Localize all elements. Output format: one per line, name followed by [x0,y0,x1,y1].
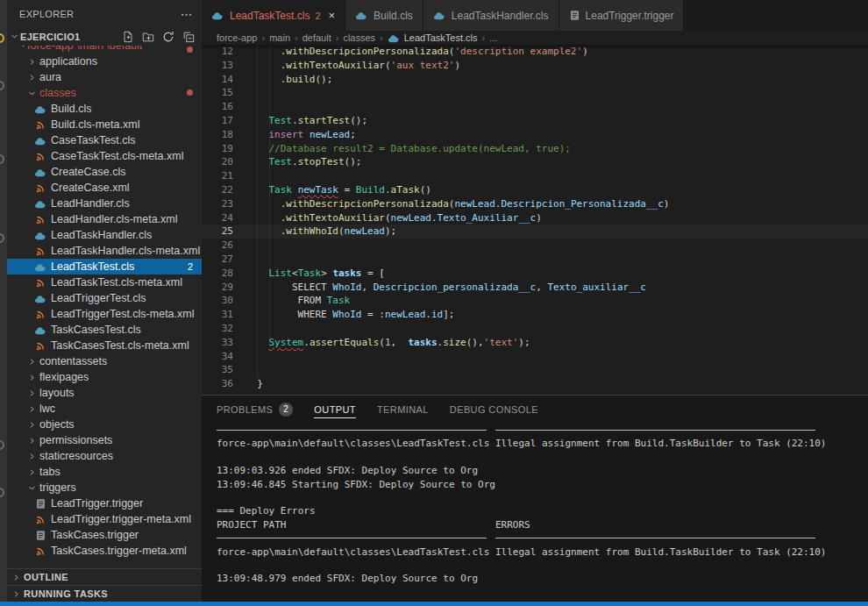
cls-file-icon [33,136,47,146]
more-actions-icon[interactable]: ⋯ [181,0,193,28]
tab-leadtrigger-trigger[interactable]: LeadTrigger.trigger [559,0,685,31]
line-number[interactable]: 25 [202,225,233,239]
breadcrumb-item[interactable]: main [269,32,290,43]
breadcrumb-item[interactable]: force-app [217,32,257,43]
tree-item-permissionsets[interactable]: permissionsets [7,432,202,448]
line-number[interactable]: 12 [202,45,233,59]
tree-item-leadtriggertest-cls-meta-xml[interactable]: LeadTriggerTest.cls-meta.xml [7,306,202,322]
line-number[interactable]: 24 [202,211,233,225]
compact-folder-row-clipped[interactable]: force-app \main \default [7,46,202,53]
line-number[interactable]: 22 [202,183,233,197]
tree-item-taskcases-trigger[interactable]: TaskCases.trigger [7,527,202,543]
new-folder-icon[interactable] [142,31,154,43]
code-token: FROM [245,295,327,306]
tree-item-triggers[interactable]: triggers [7,480,202,495]
line-number[interactable]: 17 [202,114,233,128]
tree-item-leadtriggertest-cls[interactable]: LeadTriggerTest.cls [7,290,202,306]
line-number[interactable]: 26 [202,239,233,253]
activity-icon[interactable] [0,440,4,450]
tree-item-leadtasktest-cls-meta-xml[interactable]: LeadTaskTest.cls-meta.xml [7,274,202,290]
tree-item-leadtaskhandler-cls-meta-xml[interactable]: LeadTaskHandler.cls-meta.xml [7,243,202,259]
code-token [245,115,269,126]
line-number[interactable]: 27 [202,253,233,267]
output-blank-line [217,491,859,504]
breadcrumb-item[interactable]: default [302,32,331,43]
tree-item-applications[interactable]: applications [7,53,202,69]
line-number[interactable]: 28 [202,267,233,281]
tree-item-leadtrigger-trigger[interactable]: LeadTrigger.trigger [7,495,202,511]
panel-tab-problems[interactable]: PROBLEMS2 [217,396,293,423]
panel-tab-debug-console[interactable]: DEBUG CONSOLE [450,396,538,423]
tree-item-leadtrigger-trigger-meta-xml[interactable]: LeadTrigger.trigger-meta.xml [7,511,202,527]
line-number[interactable]: 35 [202,363,233,377]
line-number[interactable]: 13 [202,59,233,73]
output-line: force-app\main\default\classes\LeadTaskT… [217,437,859,450]
tree-item-taskcases-trigger-meta-xml[interactable]: TaskCases.trigger-meta.xml [7,543,202,559]
tree-item-lwc[interactable]: lwc [7,401,202,417]
panel-tab-terminal[interactable]: TERMINAL [377,396,429,423]
tree-item-layouts[interactable]: layouts [7,385,202,401]
collapse-folders-icon[interactable] [182,31,195,43]
tab-leadtasktest-cls[interactable]: LeadTaskTest.cls2× [202,0,345,31]
line-number[interactable]: 16 [202,100,233,114]
close-icon[interactable]: × [329,9,336,22]
tree-item-casetasktest-cls[interactable]: CaseTaskTest.cls [7,132,202,148]
code-token: aTask [391,184,420,196]
line-number[interactable]: 34 [202,350,233,364]
tree-item-objects[interactable]: objects [7,417,202,432]
tree-item-build-cls[interactable]: Build.cls [7,101,202,117]
tree-item-taskcasestest-cls-meta-xml[interactable]: TaskCasesTest.cls-meta.xml [7,338,202,353]
xml-file-icon [33,514,47,525]
workspace-section-header[interactable]: EJERCICIO1 [7,28,202,46]
tree-item-classes[interactable]: classes [7,85,202,101]
sidebar-section-outline[interactable]: OUTLINE [7,568,202,585]
tree-item-leadtasktest-cls[interactable]: LeadTaskTest.cls2 [7,259,202,274]
line-number[interactable]: 36 [202,377,233,391]
code-editor[interactable]: 12 .withDescripcionPersonalizada('descri… [202,45,868,395]
line-number[interactable]: 32 [202,322,233,336]
breadcrumb-item[interactable]: LeadTaskTest.cls [388,32,478,43]
tree-item-createcase-cls[interactable]: CreateCase.cls [7,164,202,180]
line-number[interactable]: 23 [202,197,233,211]
line-number[interactable]: 31 [202,308,233,322]
line-number[interactable]: 20 [202,155,233,169]
activity-icon[interactable] [0,488,4,497]
tree-item-leadhandler-cls[interactable]: LeadHandler.cls [7,196,202,211]
tree-item-flexipages[interactable]: flexipages [7,369,202,385]
panel-tab-output[interactable]: OUTPUT [314,396,356,423]
tab-build-cls[interactable]: Build.cls [345,0,423,31]
tab-leadtaskhandler-cls[interactable]: LeadTaskHandler.cls [423,0,559,31]
tree-item-tabs[interactable]: tabs [7,464,202,480]
tree-item-leadhandler-cls-meta-xml[interactable]: LeadHandler.cls-meta.xml [7,211,202,227]
line-number[interactable]: 14 [202,73,233,87]
code-token: withWhoId [286,225,338,237]
refresh-explorer-icon[interactable] [162,31,174,43]
output-console[interactable]: force-app\main\default\classes\LeadTaskT… [217,424,859,602]
line-number[interactable]: 33 [202,336,233,350]
line-number[interactable]: 19 [202,142,233,156]
line-number[interactable]: 15 [202,86,233,100]
breadcrumb-item[interactable]: classes [343,32,375,43]
tree-item-leadtaskhandler-cls[interactable]: LeadTaskHandler.cls [7,227,202,243]
status-bar[interactable] [0,602,868,606]
sidebar-section-running-tasks[interactable]: RUNNING TASKS [7,585,202,602]
tree-item-contentassets[interactable]: contentassets [7,353,202,369]
line-number[interactable]: 30 [202,294,233,308]
tree-item-staticresources[interactable]: staticresources [7,448,202,464]
tree-item-casetasktest-cls-meta-xml[interactable]: CaseTaskTest.cls-meta.xml [7,148,202,164]
activity-icon[interactable] [0,233,4,243]
activity-icon[interactable] [0,81,4,90]
activity-icon[interactable] [0,154,4,164]
new-file-icon[interactable] [122,31,134,43]
lightbulb-icon[interactable] [0,33,4,43]
code-token: SELECT [245,282,332,293]
line-number[interactable]: 18 [202,128,233,142]
line-number[interactable]: 29 [202,281,233,295]
tree-item-aura[interactable]: aura [7,69,202,85]
breadcrumb-item[interactable]: ... [489,32,497,43]
activity-bar[interactable] [0,0,7,602]
tree-item-build-cls-meta-xml[interactable]: Build.cls-meta.xml [7,117,202,132]
line-number[interactable]: 21 [202,169,233,183]
tree-item-createcase-xml[interactable]: CreateCase.xml [7,180,202,196]
tree-item-taskcasestest-cls[interactable]: TaskCasesTest.cls [7,322,202,338]
